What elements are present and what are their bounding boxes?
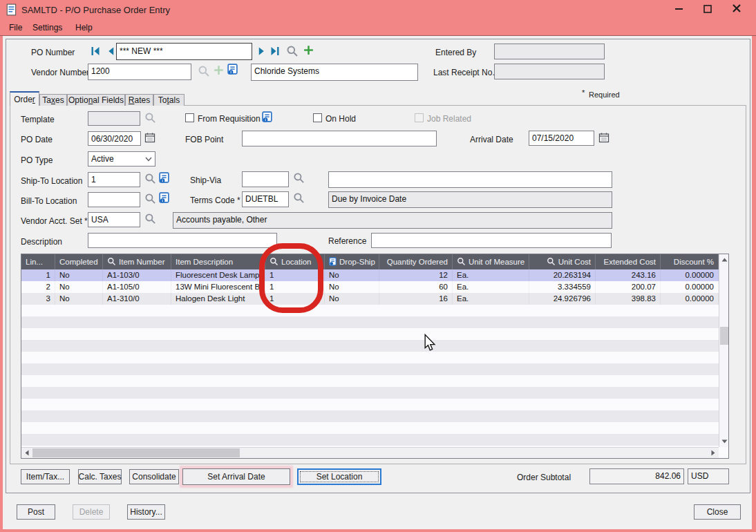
grid-cell-quantity-ordered[interactable]: 16 — [379, 293, 453, 305]
grid-cell-drop-ship[interactable]: No — [325, 293, 379, 305]
grid-cell-lin[interactable]: 3 — [21, 293, 55, 305]
close-window-button[interactable] — [723, 0, 750, 19]
grid-cell-quantity-ordered[interactable]: 12 — [379, 269, 453, 281]
grid-cell-drop-ship[interactable]: No — [325, 281, 379, 293]
po-date-input[interactable]: 06/30/2020 — [88, 131, 141, 146]
tab-rates[interactable]: Rates — [125, 94, 153, 106]
grid-cell-lin[interactable]: 2 — [21, 281, 55, 293]
grid-cell-item-description[interactable]: Halogen Desk Light — [171, 293, 265, 305]
ship-to-search-icon[interactable] — [144, 173, 156, 184]
horizontal-scroll-thumb[interactable] — [32, 448, 240, 457]
scroll-up-icon[interactable] — [720, 256, 728, 264]
grid-col-unit-cost[interactable]: Unit Cost — [529, 254, 596, 269]
previous-record-icon[interactable] — [106, 46, 116, 57]
template-search-icon[interactable] — [144, 112, 156, 124]
grid-cell-extended-cost[interactable]: 243.16 — [596, 269, 661, 281]
grid-col-item-description[interactable]: Item Description — [171, 254, 265, 269]
grid-vertical-scrollbar[interactable] — [719, 254, 728, 447]
grid-empty-row[interactable] — [21, 410, 719, 422]
menu-file[interactable]: File — [7, 22, 24, 33]
item-tax-button[interactable]: Item/Tax... — [21, 469, 70, 484]
grid-cell-completed[interactable]: No — [55, 281, 103, 293]
grid-cell-unit-of-measure[interactable]: Ea. — [453, 281, 529, 293]
grid-cell-extended-cost[interactable]: 398.83 — [596, 293, 661, 305]
grid-empty-row[interactable] — [21, 387, 719, 399]
arrival-date-input[interactable]: 07/15/2020 — [529, 131, 594, 146]
grid-col-unit-of-measure[interactable]: Unit of Measure — [453, 254, 529, 269]
grid-empty-row[interactable] — [21, 375, 719, 387]
ship-via-input[interactable] — [242, 171, 289, 187]
grid-cell-extended-cost[interactable]: 200.07 — [596, 281, 661, 293]
grid-cell-unit-of-measure[interactable]: Ea. — [453, 269, 529, 281]
tab-taxes[interactable]: Taxes — [39, 94, 67, 106]
grid-cell-completed[interactable]: No — [55, 269, 103, 281]
grid-cell-item-number[interactable]: A1-310/0 — [103, 293, 171, 305]
grid-cell-item-description[interactable]: Fluorescent Desk Lamp — [171, 269, 265, 281]
next-record-icon[interactable] — [256, 46, 267, 57]
first-record-icon[interactable] — [90, 46, 102, 57]
reference-input[interactable] — [371, 233, 612, 248]
minimize-button[interactable] — [665, 0, 692, 19]
ship-via-search-icon[interactable] — [293, 172, 305, 184]
grid-col-item-number[interactable]: Item Number — [103, 254, 171, 269]
post-button[interactable]: Post — [17, 504, 55, 520]
fob-point-input[interactable] — [242, 131, 437, 146]
menu-settings[interactable]: Settings — [30, 22, 64, 33]
history-button[interactable]: History... — [127, 504, 165, 520]
po-number-input[interactable]: *** NEW *** — [116, 43, 252, 60]
terms-search-icon[interactable] — [293, 192, 305, 204]
grid-col-location[interactable]: Location — [265, 254, 325, 269]
from-requisition-checkbox[interactable] — [185, 113, 194, 122]
grid-cell-location[interactable]: 1 — [265, 269, 325, 281]
grid-col-discount[interactable]: Discount % — [661, 254, 719, 269]
grid-row-3[interactable]: 3NoA1-310/0Halogen Desk Light1No16Ea.24.… — [21, 293, 719, 305]
grid-cell-location[interactable]: 1 — [265, 281, 325, 293]
set-arrival-date-button[interactable]: Set Arrival Date — [182, 468, 290, 485]
set-location-button[interactable]: Set Location — [297, 468, 381, 485]
grid-empty-row[interactable] — [21, 352, 719, 363]
vertical-scroll-thumb[interactable] — [720, 327, 728, 345]
arrival-calendar-icon[interactable] — [598, 132, 609, 143]
grid-cell-item-number[interactable]: A1-103/0 — [103, 269, 171, 281]
grid-cell-unit-of-measure[interactable]: Ea. — [453, 293, 529, 305]
template-field[interactable] — [88, 111, 140, 126]
scroll-left-icon[interactable] — [23, 448, 31, 457]
grid-empty-row[interactable] — [21, 399, 719, 410]
grid-cell-discount[interactable]: 0.00000 — [661, 281, 719, 293]
grid-col-lin[interactable]: Lin... — [21, 254, 55, 269]
grid-empty-row[interactable] — [21, 316, 719, 328]
grid-cell-item-number[interactable]: A1-105/0 — [103, 281, 171, 293]
grid-row-1[interactable]: 1NoA1-103/0Fluorescent Desk Lamp1No12Ea.… — [21, 269, 719, 281]
grid-cell-quantity-ordered[interactable]: 60 — [379, 281, 453, 293]
grid-cell-unit-cost[interactable]: 24.926796 — [529, 293, 596, 305]
tab-totals[interactable]: Totals — [153, 94, 185, 106]
po-search-icon[interactable] — [286, 45, 299, 57]
bill-to-search-icon[interactable] — [144, 193, 156, 205]
grid-cell-drop-ship[interactable]: No — [325, 269, 379, 281]
grid-cell-unit-cost[interactable]: 20.263194 — [529, 269, 596, 281]
grid-cell-location[interactable]: 1 — [265, 293, 325, 305]
vendor-acct-search-icon[interactable] — [144, 213, 156, 225]
grid-col-quantity-ordered[interactable]: Quantity Ordered — [379, 254, 453, 269]
consolidate-button[interactable]: Consolidate — [129, 469, 179, 484]
requisition-drilldown-icon[interactable] — [262, 111, 272, 123]
grid-cell-unit-cost[interactable]: 3.334559 — [529, 281, 596, 293]
grid-empty-row[interactable] — [21, 305, 719, 316]
po-type-select[interactable]: Active — [88, 151, 155, 167]
bill-to-drilldown-icon[interactable] — [159, 192, 169, 204]
on-hold-checkbox[interactable] — [313, 113, 322, 122]
scroll-right-icon[interactable] — [709, 448, 717, 457]
grid-cell-discount[interactable]: 0.00000 — [661, 293, 719, 305]
grid-empty-row[interactable] — [21, 328, 719, 340]
grid-row-2[interactable]: 2NoA1-105/013W Mini Fluorescent Bulb1No6… — [21, 281, 719, 293]
grid-horizontal-scrollbar[interactable] — [21, 447, 719, 458]
last-record-icon[interactable] — [269, 46, 281, 57]
grid-col-drop-ship[interactable]: Drop-Ship — [325, 254, 379, 269]
scroll-down-icon[interactable] — [720, 437, 728, 446]
tab-optional-fields[interactable]: Optional Fields — [67, 94, 125, 106]
grid-cell-lin[interactable]: 1 — [21, 269, 55, 281]
vendor-number-input[interactable]: 1200 — [88, 64, 191, 80]
grid-col-completed[interactable]: Completed — [55, 254, 103, 269]
tab-order[interactable]: Order — [10, 91, 39, 106]
grid-cell-completed[interactable]: No — [55, 293, 103, 305]
